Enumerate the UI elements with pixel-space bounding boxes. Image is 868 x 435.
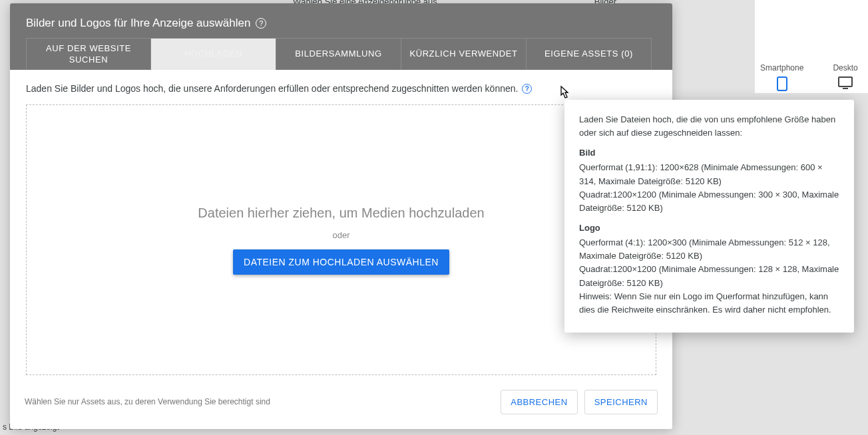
requirements-help-icon[interactable]: ? — [522, 84, 532, 94]
tooltip-bild-line2: Quadrat:1200×1200 (Minimale Abmessungen:… — [579, 188, 839, 215]
device-smartphone-label: Smartphone — [760, 63, 803, 72]
upload-instruction-text: Laden Sie Bilder und Logos hoch, die uns… — [26, 83, 518, 94]
svg-rect-0 — [777, 77, 787, 90]
tab-own-assets[interactable]: EIGENE ASSETS (0) — [527, 38, 652, 70]
help-icon[interactable]: ? — [256, 18, 266, 29]
modal-footer: Wählen Sie nur Assets aus, zu deren Verw… — [10, 383, 672, 429]
tooltip-intro: Laden Sie Dateien hoch, die die von uns … — [579, 113, 839, 140]
requirements-tooltip: Laden Sie Dateien hoch, die die von uns … — [564, 100, 854, 333]
smartphone-icon — [760, 76, 803, 91]
tooltip-bild-line1: Querformat (1,91:1): 1200×628 (Minimale … — [579, 161, 839, 188]
tab-recently-used[interactable]: KÜRZLICH VERWENDET — [401, 38, 527, 70]
device-smartphone[interactable]: Smartphone — [760, 63, 803, 91]
upload-instruction: Laden Sie Bilder und Logos hoch, die uns… — [26, 83, 656, 94]
dropzone-headline: Dateien hierher ziehen, um Medien hochzu… — [198, 206, 484, 221]
bg-device-preview-panel: Smartphone Deskto — [755, 0, 868, 93]
device-desktop-label: Deskto — [833, 63, 857, 72]
footer-rights-note: Wählen Sie nur Assets aus, zu deren Verw… — [25, 396, 270, 408]
tooltip-logo-note: Hinweis: Wenn Sie nur ein Logo im Querfo… — [579, 290, 839, 317]
tab-image-collection[interactable]: BILDERSAMMLUNG — [276, 38, 401, 70]
svg-rect-2 — [843, 88, 848, 89]
modal-tabs: AUF DER WEBSITE SUCHEN HOCHLADEN BILDERS… — [10, 38, 672, 70]
svg-rect-1 — [839, 77, 852, 86]
dropzone-separator: oder — [332, 230, 349, 240]
select-files-button[interactable]: DATEIEN ZUM HOCHLADEN AUSWÄHLEN — [233, 249, 449, 275]
modal-title-text: Bilder und Logos für Ihre Anzeige auswäh… — [26, 17, 250, 30]
tab-website-search[interactable]: AUF DER WEBSITE SUCHEN — [26, 38, 151, 70]
tooltip-bild-title: Bild — [579, 146, 839, 160]
tooltip-logo-line2: Quadrat:1200×1200 (Minimale Abmessungen:… — [579, 263, 839, 289]
tooltip-logo-title: Logo — [579, 221, 839, 235]
modal-title: Bilder und Logos für Ihre Anzeige auswäh… — [10, 3, 672, 38]
tab-upload[interactable]: HOCHLADEN — [151, 38, 276, 70]
upload-dropzone[interactable]: Dateien hierher ziehen, um Medien hochzu… — [26, 104, 656, 375]
device-desktop[interactable]: Deskto — [833, 63, 857, 91]
save-button[interactable]: SPEICHERN — [584, 390, 658, 414]
tooltip-logo-line1: Querformat (4:1): 1200×300 (Minimale Abm… — [579, 236, 839, 263]
desktop-icon — [833, 76, 857, 91]
cancel-button[interactable]: ABBRECHEN — [501, 390, 577, 414]
